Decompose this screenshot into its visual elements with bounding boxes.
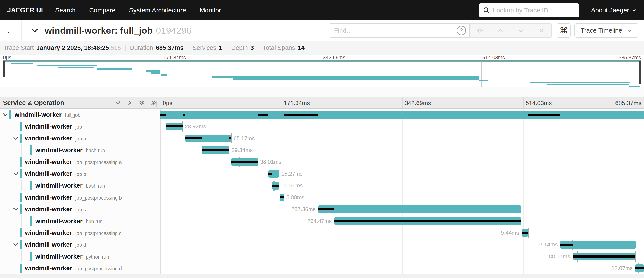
collapse-all-button[interactable] bbox=[138, 100, 145, 106]
summary-label: Total Spans bbox=[263, 44, 295, 52]
span-name-cell[interactable]: windmill-workerbash run bbox=[0, 180, 160, 192]
keyboard-shortcuts-button[interactable]: ⌘ bbox=[556, 24, 571, 38]
operation-name-text: full_job bbox=[65, 112, 80, 118]
operation-name-text: job a bbox=[76, 136, 86, 141]
chevron-down-icon bbox=[517, 27, 524, 34]
focus-span-button[interactable] bbox=[470, 24, 490, 37]
clear-search-button[interactable]: ✕ bbox=[531, 24, 552, 37]
span-name-cell[interactable]: windmill-workerjob a bbox=[0, 132, 160, 144]
jaeger-logo[interactable]: JAEGER UI bbox=[7, 6, 43, 14]
span-collapse-chevron[interactable] bbox=[2, 112, 8, 118]
indent-guide bbox=[21, 215, 22, 227]
top-nav: JAEGER UI SearchCompareSystem Architectu… bbox=[0, 0, 644, 20]
trace-lookup-box[interactable] bbox=[479, 4, 579, 17]
span-color-indicator bbox=[20, 157, 22, 166]
span-timeline-cell[interactable]: 38.01ms bbox=[160, 156, 644, 168]
span-service-name: windmill-workerjob d bbox=[25, 241, 86, 248]
span-duration-label: 9.44ms bbox=[501, 230, 519, 236]
column-resize-handle[interactable] bbox=[154, 102, 158, 107]
search-icon bbox=[483, 6, 490, 14]
minimap-canvas[interactable] bbox=[3, 60, 641, 87]
indent-guide bbox=[11, 262, 11, 274]
back-button[interactable]: ← bbox=[0, 20, 22, 40]
span-collapse-chevron[interactable] bbox=[12, 135, 19, 142]
indent-guide bbox=[11, 156, 11, 168]
span-color-indicator bbox=[30, 216, 32, 226]
indent-guide bbox=[21, 250, 22, 262]
service-operation-title: Service & Operation bbox=[3, 99, 109, 106]
span-timeline-cell[interactable]: 23.92ms bbox=[160, 120, 644, 132]
service-operation-header: Service & Operation bbox=[0, 97, 160, 108]
critical-path-segment bbox=[522, 232, 528, 234]
span-duration-bar[interactable] bbox=[160, 111, 644, 118]
span-timeline-cell[interactable]: 88.57ms bbox=[160, 250, 644, 262]
indent-guide bbox=[11, 132, 11, 144]
collapse-one-button[interactable] bbox=[114, 100, 121, 106]
find-help-button[interactable]: ? bbox=[453, 24, 469, 37]
span-name-cell[interactable]: windmill-workerjob_postprocessing b bbox=[0, 192, 160, 203]
expand-one-button[interactable] bbox=[126, 100, 133, 106]
span-name-cell[interactable]: windmill-workerfull_job bbox=[0, 109, 160, 120]
span-color-indicator bbox=[30, 181, 32, 190]
prev-result-button[interactable] bbox=[490, 24, 510, 37]
span-row: windmill-workerjob_postprocessing a38.01… bbox=[0, 156, 644, 168]
span-row: windmill-workerjob a65.17ms bbox=[0, 132, 644, 144]
about-jaeger-label: About Jaeger bbox=[591, 6, 629, 14]
minimap-scrubber-left[interactable] bbox=[4, 60, 5, 77]
nav-link-monitor[interactable]: Monitor bbox=[193, 6, 228, 14]
span-timeline-cell[interactable]: 9.44ms bbox=[160, 227, 644, 238]
about-jaeger-menu[interactable]: About Jaeger bbox=[591, 6, 637, 14]
minimap-tick-label: 342.69ms bbox=[323, 54, 345, 60]
span-name-cell[interactable]: windmill-workerpython run bbox=[0, 250, 160, 262]
span-collapse-chevron[interactable] bbox=[12, 241, 19, 248]
minimap-span-bar bbox=[546, 84, 629, 85]
indent-guide bbox=[11, 192, 11, 203]
page-title: windmill-worker: full_job0194296 bbox=[45, 25, 192, 36]
operation-name-text: job b bbox=[76, 171, 86, 177]
span-timeline-cell[interactable]: 264.47ms bbox=[160, 215, 644, 227]
span-name-cell[interactable]: windmill-workerjob_postprocessing a bbox=[0, 156, 160, 168]
span-timeline-cell[interactable]: 10.51ms bbox=[160, 180, 644, 192]
trace-id-input[interactable] bbox=[493, 6, 575, 14]
span-name-cell[interactable]: windmill-workerbash run bbox=[0, 144, 160, 156]
minimap-scrubber-right[interactable] bbox=[639, 60, 640, 84]
span-log-marker bbox=[285, 192, 285, 202]
span-name-cell[interactable]: windmill-workerjob d bbox=[0, 239, 160, 250]
nav-link-system-architecture[interactable]: System Architecture bbox=[122, 6, 193, 14]
span-timeline-cell[interactable]: 5.88ms bbox=[160, 192, 644, 203]
span-timeline-cell[interactable] bbox=[160, 109, 644, 120]
span-name-cell[interactable]: windmill-workerjob b bbox=[0, 168, 160, 180]
span-duration-bar[interactable] bbox=[318, 205, 521, 213]
span-color-indicator bbox=[20, 169, 22, 178]
ruler-gridline bbox=[402, 97, 402, 108]
nav-link-search[interactable]: Search bbox=[48, 6, 82, 14]
span-timeline-cell[interactable]: 107.14ms bbox=[160, 239, 644, 250]
service-name-text: windmill-worker bbox=[25, 170, 72, 177]
span-timeline-cell[interactable]: 15.27ms bbox=[160, 168, 644, 180]
indent-guide bbox=[11, 215, 11, 227]
span-name-cell[interactable]: windmill-workerjob_postprocessing c bbox=[0, 227, 160, 238]
chevron-down-icon bbox=[31, 26, 39, 34]
next-result-button[interactable] bbox=[510, 24, 531, 37]
collapse-trace-detail-button[interactable] bbox=[31, 26, 39, 34]
span-collapse-chevron[interactable] bbox=[12, 170, 19, 177]
nav-link-compare[interactable]: Compare bbox=[82, 6, 122, 14]
span-timeline-cell[interactable]: 39.34ms bbox=[160, 144, 644, 156]
span-timeline-cell[interactable]: 12.07ms bbox=[160, 262, 644, 274]
minimap-gridline bbox=[481, 60, 482, 86]
critical-path-segment bbox=[572, 256, 635, 258]
span-log-marker bbox=[521, 216, 522, 226]
span-name-cell[interactable]: windmill-workerjob_postprocessing d bbox=[0, 262, 160, 274]
span-timeline-cell[interactable]: 65.17ms bbox=[160, 132, 644, 144]
span-collapse-chevron[interactable] bbox=[12, 206, 19, 212]
trace-id: 0194296 bbox=[156, 25, 191, 36]
span-name-cell[interactable]: windmill-workerjob c bbox=[0, 203, 160, 215]
summary-divider bbox=[258, 44, 258, 51]
span-name-cell[interactable]: windmill-workerbun run bbox=[0, 215, 160, 227]
operation-name-text: bash run bbox=[86, 183, 105, 189]
span-name-cell[interactable]: windmill-workerjob bbox=[0, 120, 160, 132]
critical-path-segment bbox=[183, 114, 186, 116]
find-input[interactable] bbox=[329, 24, 453, 37]
trace-view-selector[interactable]: Trace Timeline bbox=[574, 24, 638, 38]
span-timeline-cell[interactable]: 287.36ms bbox=[160, 203, 644, 215]
